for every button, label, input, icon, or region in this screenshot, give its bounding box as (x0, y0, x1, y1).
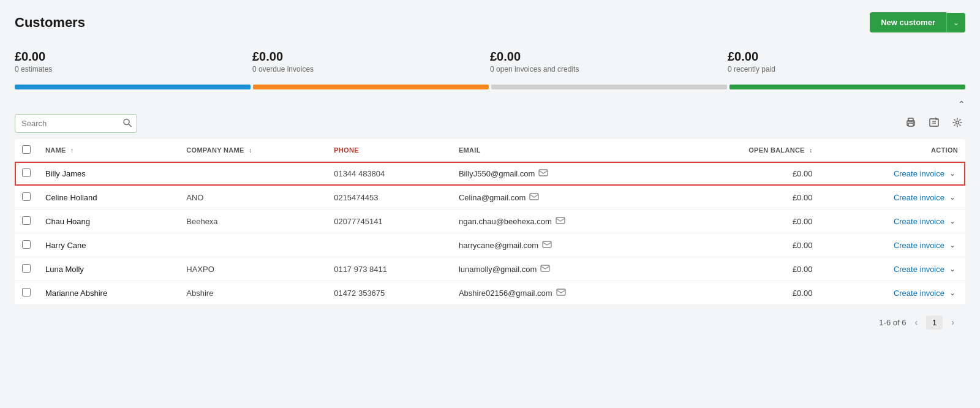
stat-estimates-amount: £0.00 (15, 50, 243, 64)
create-invoice-link-4[interactable]: Create invoice (894, 265, 944, 274)
row-company-3 (179, 233, 326, 257)
row-checkbox-cell-3[interactable] (15, 233, 38, 257)
row-checkbox-cell-0[interactable] (15, 162, 38, 186)
row-checkbox-cell-4[interactable] (15, 257, 38, 281)
new-customer-button[interactable]: New customer (870, 12, 946, 32)
action-dropdown-button-2[interactable]: ⌄ (947, 216, 958, 227)
row-checkbox-cell-2[interactable] (15, 210, 38, 233)
create-invoice-link-3[interactable]: Create invoice (894, 241, 944, 250)
stat-overdue: £0.00 0 overdue invoices (252, 45, 490, 77)
action-dropdown-button-0[interactable]: ⌄ (947, 168, 958, 179)
customers-table: NAME ↑ COMPANY NAME ↕ PHONE EMAIL OPEN B (15, 139, 965, 305)
progress-bar-overdue (253, 85, 489, 89)
svg-rect-4 (908, 123, 913, 126)
action-dropdown-button-3[interactable]: ⌄ (947, 240, 958, 251)
export-button[interactable] (926, 115, 942, 133)
create-invoice-link-1[interactable]: Create invoice (894, 193, 944, 202)
pagination: 1-6 of 6 ‹ 1 › (15, 305, 965, 339)
row-balance-4: £0.00 (675, 257, 820, 281)
row-checkbox-cell-1[interactable] (15, 186, 38, 210)
row-action-3: Create invoice ⌄ (820, 233, 965, 257)
table-row: Harry Cane harrycane@gmail.com (15, 233, 965, 257)
row-name-5[interactable]: Marianne Abshire (38, 281, 179, 305)
create-invoice-link-5[interactable]: Create invoice (894, 289, 944, 298)
table-header-row: NAME ↑ COMPANY NAME ↕ PHONE EMAIL OPEN B (15, 139, 965, 162)
email-icon-1 (529, 193, 539, 202)
row-checkbox-5[interactable] (22, 288, 31, 297)
settings-button[interactable] (949, 115, 965, 133)
action-dropdown-button-5[interactable]: ⌄ (947, 287, 958, 298)
search-icon (123, 118, 132, 127)
row-name-4[interactable]: Luna Molly (38, 257, 179, 281)
row-action-5: Create invoice ⌄ (820, 281, 965, 305)
row-phone-5: 01472 353675 (326, 281, 451, 305)
action-dropdown-button-1[interactable]: ⌄ (947, 192, 958, 203)
row-checkbox-cell-5[interactable] (15, 281, 38, 305)
row-phone-4: 0117 973 8411 (326, 257, 451, 281)
row-email-3: harrycane@gmail.com (451, 233, 676, 257)
row-balance-1: £0.00 (675, 186, 820, 210)
pagination-prev-button[interactable]: ‹ (911, 315, 921, 330)
row-company-4: HAXPO (179, 257, 326, 281)
row-name-2[interactable]: Chau Hoang (38, 210, 179, 233)
email-icon-3 (542, 241, 552, 250)
search-button[interactable] (123, 118, 132, 129)
col-header-company[interactable]: COMPANY NAME ↕ (179, 139, 326, 162)
print-icon (905, 117, 916, 128)
svg-rect-11 (530, 194, 538, 200)
svg-rect-10 (539, 170, 548, 176)
balance-sort-icon: ↕ (809, 147, 812, 154)
progress-bar-paid (729, 85, 965, 89)
col-header-balance[interactable]: OPEN BALANCE ↕ (675, 139, 820, 162)
select-all-header[interactable] (15, 139, 38, 162)
row-checkbox-3[interactable] (22, 240, 31, 249)
row-email-1: Celina@gmail.com (451, 186, 676, 210)
pagination-page-1[interactable]: 1 (926, 315, 943, 330)
row-checkbox-4[interactable] (22, 264, 31, 273)
row-balance-5: £0.00 (675, 281, 820, 305)
header-actions: New customer ⌄ (870, 12, 965, 32)
row-phone-0: 01344 483804 (326, 162, 451, 186)
col-header-name[interactable]: NAME ↑ (38, 139, 179, 162)
stat-open-amount: £0.00 (490, 50, 718, 64)
row-name-1[interactable]: Celine Holland (38, 186, 179, 210)
select-all-checkbox[interactable] (22, 145, 31, 154)
progress-bar-estimates (15, 85, 251, 89)
row-checkbox-2[interactable] (22, 216, 31, 225)
col-header-action: ACTION (820, 139, 965, 162)
row-name-0[interactable]: Billy James (38, 162, 179, 186)
stat-recently-paid: £0.00 0 recently paid (728, 45, 965, 77)
table-row: Luna Molly HAXPO 0117 973 8411 lunamolly… (15, 257, 965, 281)
row-action-0: Create invoice ⌄ (820, 162, 965, 186)
pagination-next-button[interactable]: › (948, 315, 958, 330)
row-company-0 (179, 162, 326, 186)
create-invoice-link-2[interactable]: Create invoice (894, 217, 944, 226)
table-row: Chau Hoang Beehexa 02077745141 ngan.chau… (15, 210, 965, 233)
row-action-4: Create invoice ⌄ (820, 257, 965, 281)
toolbar (15, 114, 965, 133)
name-sort-icon: ↑ (70, 147, 74, 154)
table-row: Celine Holland ANO 0215474453 Celina@gma… (15, 186, 965, 210)
row-email-4: lunamolly@gmail.com (451, 257, 676, 281)
action-dropdown-button-4[interactable]: ⌄ (947, 263, 958, 274)
email-icon-5 (556, 289, 566, 298)
row-name-3[interactable]: Harry Cane (38, 233, 179, 257)
row-balance-0: £0.00 (675, 162, 820, 186)
print-button[interactable] (903, 115, 919, 133)
row-action-1: Create invoice ⌄ (820, 186, 965, 210)
row-phone-1: 0215474453 (326, 186, 451, 210)
row-checkbox-1[interactable] (22, 192, 31, 201)
svg-rect-13 (543, 241, 551, 247)
row-company-1: ANO (179, 186, 326, 210)
row-email-5: Abshire02156@gmail.com (451, 281, 676, 305)
svg-line-1 (129, 124, 131, 126)
new-customer-dropdown-button[interactable]: ⌄ (946, 13, 965, 32)
stat-paid-amount: £0.00 (728, 50, 956, 64)
collapse-button[interactable]: ⌃ (958, 99, 965, 109)
page-title: Customers (15, 15, 85, 31)
row-checkbox-0[interactable] (22, 168, 31, 177)
search-input[interactable] (15, 114, 137, 133)
create-invoice-link-0[interactable]: Create invoice (894, 169, 944, 178)
svg-rect-15 (557, 289, 565, 295)
progress-bar-open (491, 85, 727, 89)
